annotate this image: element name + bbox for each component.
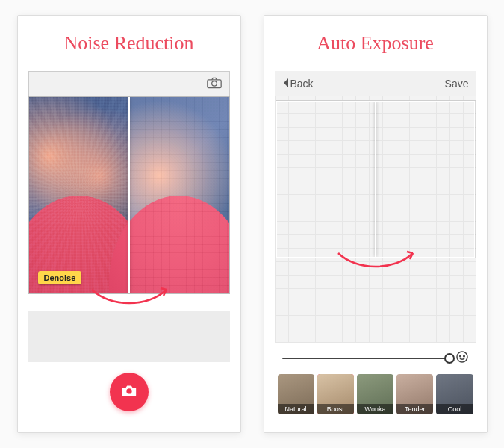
camera-icon — [121, 384, 137, 400]
phone-noise-reduction: Noise Reduction Denoise — [17, 15, 241, 433]
back-label: Back — [290, 78, 314, 90]
filter-strip: NaturalBoostWonkaTenderCool — [275, 371, 476, 422]
filter-wonka[interactable]: Wonka — [357, 374, 393, 414]
svg-point-1 — [211, 81, 217, 86]
toolbar-left — [28, 71, 230, 96]
svg-point-3 — [457, 352, 467, 362]
comparison-divider[interactable] — [375, 102, 376, 257]
filter-boost[interactable]: Boost — [317, 374, 354, 414]
editor-canvas-area — [275, 96, 476, 343]
filter-label: Boost — [317, 404, 354, 414]
nav-bar: Back Save — [275, 71, 476, 96]
filter-label: Natural — [278, 404, 314, 414]
screen-title-left: Noise Reduction — [28, 32, 230, 55]
filter-tender[interactable]: Tender — [396, 374, 433, 414]
noise-after-half — [129, 97, 229, 293]
camera-switch-icon[interactable] — [207, 77, 222, 92]
slider-thumb[interactable] — [444, 353, 455, 364]
svg-point-4 — [459, 355, 461, 357]
phone-auto-exposure: Auto Exposure Back Save NaturalBoostWonk… — [264, 15, 488, 433]
filter-cool[interactable]: Cool — [436, 374, 473, 414]
comparison-divider[interactable] — [128, 97, 130, 293]
svg-point-2 — [126, 388, 131, 393]
preview-tray — [28, 311, 230, 362]
filter-label: Cool — [436, 404, 473, 414]
exposure-slider[interactable] — [282, 358, 449, 359]
chevron-left-icon — [282, 78, 289, 90]
capture-zone — [28, 362, 230, 422]
filter-label: Tender — [396, 404, 433, 414]
swap-arrow-icon — [28, 287, 230, 308]
filter-natural[interactable]: Natural — [278, 374, 314, 414]
screen-title-right: Auto Exposure — [275, 32, 476, 55]
back-button[interactable]: Back — [282, 78, 314, 90]
filter-label: Wonka — [357, 404, 393, 414]
svg-point-5 — [463, 355, 464, 357]
save-button[interactable]: Save — [445, 78, 469, 90]
exposure-comparison-image[interactable] — [276, 101, 475, 258]
capture-button[interactable] — [110, 373, 149, 411]
face-detect-icon[interactable] — [455, 350, 469, 367]
denoise-badge: Denoise — [38, 271, 82, 284]
exposure-slider-row — [275, 343, 476, 371]
swap-arrow-icon — [275, 250, 476, 271]
noise-comparison-image[interactable]: Denoise — [28, 96, 230, 294]
